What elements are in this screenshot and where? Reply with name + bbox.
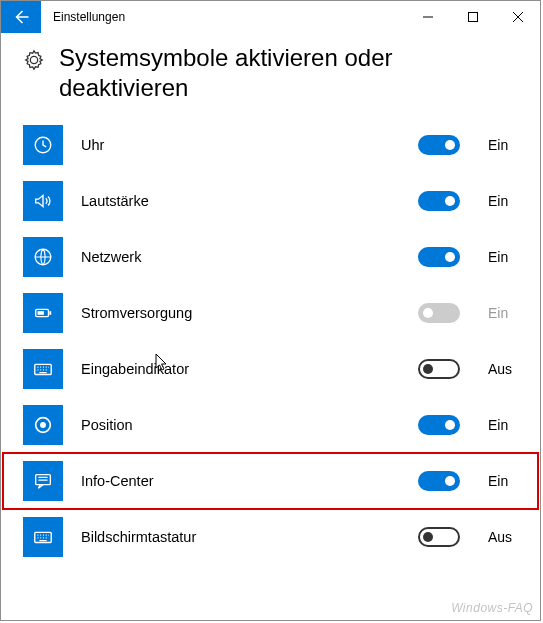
toggle-clock[interactable] <box>418 135 460 155</box>
power-icon <box>23 293 63 333</box>
maximize-icon <box>468 12 478 22</box>
toggle-power <box>418 303 460 323</box>
row-label: Stromversorgung <box>81 305 400 321</box>
back-button[interactable] <box>1 1 41 33</box>
toggle-volume[interactable] <box>418 191 460 211</box>
row-volume: LautstärkeEin <box>23 173 518 229</box>
row-label: Eingabeindikator <box>81 361 400 377</box>
toggle-state-text: Ein <box>488 193 518 209</box>
page-title: Systemsymbole aktivieren oder deaktivier… <box>59 43 518 103</box>
row-clock: UhrEin <box>23 117 518 173</box>
toggle-state-text: Ein <box>488 249 518 265</box>
row-label: Position <box>81 417 400 433</box>
toggle-state-text: Aus <box>488 361 518 377</box>
close-button[interactable] <box>495 1 540 33</box>
row-label: Uhr <box>81 137 400 153</box>
row-label: Lautstärke <box>81 193 400 209</box>
network-icon <box>23 237 63 277</box>
toggle-state-text: Ein <box>488 137 518 153</box>
watermark: Windows-FAQ <box>451 601 533 615</box>
row-osk: BildschirmtastaturAus <box>23 509 518 565</box>
action-icon <box>23 461 63 501</box>
clock-icon <box>23 125 63 165</box>
system-icons-list: UhrEinLautstärkeEinNetzwerkEinStromverso… <box>23 117 518 565</box>
keyboard-icon <box>23 349 63 389</box>
volume-icon <box>23 181 63 221</box>
window-title: Einstellungen <box>41 1 125 33</box>
row-label: Info-Center <box>81 473 400 489</box>
keyboard-icon <box>23 517 63 557</box>
row-input: EingabeindikatorAus <box>23 341 518 397</box>
toggle-state-text: Aus <box>488 529 518 545</box>
toggle-state-text: Ein <box>488 473 518 489</box>
row-power: StromversorgungEin <box>23 285 518 341</box>
toggle-osk[interactable] <box>418 527 460 547</box>
maximize-button[interactable] <box>450 1 495 33</box>
toggle-location[interactable] <box>418 415 460 435</box>
row-label: Bildschirmtastatur <box>81 529 400 545</box>
row-network: NetzwerkEin <box>23 229 518 285</box>
arrow-left-icon <box>12 8 30 26</box>
row-location: PositionEin <box>23 397 518 453</box>
close-icon <box>513 12 523 22</box>
toggle-state-text: Ein <box>488 305 518 321</box>
toggle-action[interactable] <box>418 471 460 491</box>
toggle-network[interactable] <box>418 247 460 267</box>
titlebar: Einstellungen <box>1 1 540 33</box>
row-label: Netzwerk <box>81 249 400 265</box>
row-action: Info-CenterEin <box>3 453 538 509</box>
gear-icon <box>23 49 45 71</box>
toggle-input[interactable] <box>418 359 460 379</box>
svg-rect-0 <box>468 13 477 22</box>
toggle-state-text: Ein <box>488 417 518 433</box>
minimize-button[interactable] <box>405 1 450 33</box>
minimize-icon <box>423 12 433 22</box>
location-icon <box>23 405 63 445</box>
